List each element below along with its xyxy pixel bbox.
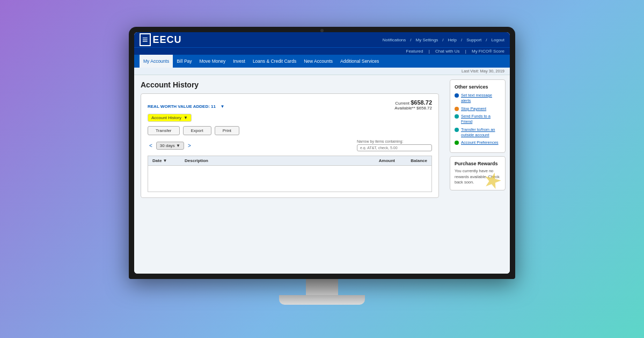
featured-label: Featured [406,49,423,54]
logo-text: EECU [153,34,182,46]
current-label: Current [395,101,409,106]
prev-period-arrow[interactable]: < [148,143,154,149]
nav-link-notifications[interactable]: Notifications [383,38,406,42]
account-prefs-label: Account Preferences [461,140,499,145]
account-dropdown-row: Account History ▼ [148,114,432,122]
date-nav: < 30 days ▼ > [148,142,193,150]
sidebar-link-send-funds[interactable]: Send Funds to a Friend [455,114,501,124]
featured-sep2: | [465,49,466,54]
text-alerts-icon [455,93,459,98]
real-worth-label: REAL WORTH VALUE ADDED: 11 [148,104,216,109]
transfer-outside-label: Transfer to/from an outside account [461,127,501,138]
camera [320,29,324,32]
account-dropdown-label: Account History [151,115,181,120]
account-section: REAL WORTH VALUE ADDED: 11 ▼ Current $65… [141,93,439,198]
nav-link-logout[interactable]: Logout [492,38,504,42]
transfer-outside-icon [455,128,459,132]
other-services-title: Other services [455,84,501,90]
table-header: Date ▼ Description Amount Balance [148,156,432,165]
period-dropdown[interactable]: 30 days ▼ [156,142,184,150]
current-balance-row: Current $658.72 [394,99,432,106]
available-amount: $658.72 [416,106,432,111]
purchase-rewards-title: Purchase Rewards [455,161,501,166]
filter-row: < 30 days ▼ > Narrow by items containing… [148,139,432,151]
current-amount: $658.72 [411,99,432,106]
stop-payment-label: Stop Payment [461,106,486,112]
top-nav-links: Notifications / My Settings / Help / Sup… [383,38,504,42]
nav-my-accounts[interactable]: My Accounts [140,55,173,68]
screen: ≡ EECU Notifications / My Settings / Hel… [134,32,510,274]
featured-bar: Featured | Chat with Us | My FICO® Score [134,47,510,55]
account-prefs-icon [455,141,459,145]
col-date-header: Date ▼ [152,158,185,163]
account-dropdown[interactable]: Account History ▼ [148,114,192,122]
search-filter: Narrow by items containing: [357,139,432,151]
nav-new-accounts[interactable]: New Accounts [300,55,336,68]
nav-link-help[interactable]: Help [448,38,457,42]
stop-payment-icon [455,107,459,111]
logo-area: ≡ EECU [140,33,182,46]
sidebar-link-transfer-outside[interactable]: Transfer to/from an outside account [455,127,501,138]
print-button[interactable]: Print [215,126,239,135]
content-area: Account History REAL WORTH VALUE ADDED: … [134,75,510,274]
next-period-arrow[interactable]: > [186,143,193,149]
main-content: Account History REAL WORTH VALUE ADDED: … [134,75,445,274]
real-worth-area: REAL WORTH VALUE ADDED: 11 ▼ [148,100,224,110]
top-bar: ≡ EECU Notifications / My Settings / Hel… [134,32,510,47]
send-funds-label: Send Funds to a Friend [461,114,501,124]
col-desc-header: Description [185,158,363,163]
chat-with-us-link[interactable]: Chat with Us [435,49,459,54]
page-title: Account History [141,80,439,89]
monitor-body: ≡ EECU Notifications / My Settings / Hel… [129,27,515,279]
other-services-card: Other services Set text message alerts S… [450,79,506,153]
transfer-button[interactable]: Transfer [148,126,180,135]
nav-loans-credit[interactable]: Loans & Credit Cards [249,55,300,68]
col-balance-header: Balance [395,158,427,163]
sidebar-link-account-prefs[interactable]: Account Preferences [455,140,501,145]
nav-bill-pay[interactable]: Bill Pay [173,55,195,68]
sidebar-link-stop-payment[interactable]: Stop Payment [455,106,501,112]
monitor-neck [306,279,338,295]
nav-additional-services[interactable]: Additional Services [336,55,383,68]
sep3: / [461,38,462,42]
action-buttons: Transfer Export Print [148,126,432,135]
fico-score-link[interactable]: My FICO® Score [472,49,504,54]
send-funds-icon [455,114,459,119]
sidebar-link-text-alerts[interactable]: Set text message alerts [455,93,501,104]
available-balance-row: Available** $658.72 [394,106,432,111]
real-worth-row: REAL WORTH VALUE ADDED: 11 ▼ Current $65… [148,99,432,111]
featured-sep1: | [429,49,430,54]
search-filter-input[interactable] [357,144,432,151]
sidebar: Other services Set text message alerts S… [445,75,510,274]
balance-area: Current $658.72 Available** $658.72 [394,99,432,111]
monitor: ≡ EECU Notifications / My Settings / Hel… [129,27,515,311]
nav-link-my-settings[interactable]: My Settings [416,38,438,42]
purchase-rewards-card: Purchase Rewards You currently have no r… [450,156,506,190]
col-amount-header: Amount [363,158,395,163]
sep4: / [486,38,487,42]
text-alerts-label: Set text message alerts [461,93,501,104]
nav-move-money[interactable]: Move Money [196,55,230,68]
search-filter-label: Narrow by items containing: [357,139,432,143]
account-dropdown-arrow: ▼ [184,115,188,120]
real-worth-badge: ▼ [220,104,224,109]
nav-link-support[interactable]: Support [466,38,481,42]
export-button[interactable]: Export [183,126,211,135]
sep2: / [442,38,443,42]
last-visited: Last Visit: May 30, 2019 [134,68,510,75]
main-nav: My Accounts Bill Pay Move Money Invest L… [134,55,510,68]
available-label: Available** [394,106,415,111]
sep1: / [410,38,411,42]
monitor-base [279,295,365,305]
logo-icon: ≡ [140,33,151,46]
table-body [148,165,432,192]
nav-invest[interactable]: Invest [229,55,249,68]
